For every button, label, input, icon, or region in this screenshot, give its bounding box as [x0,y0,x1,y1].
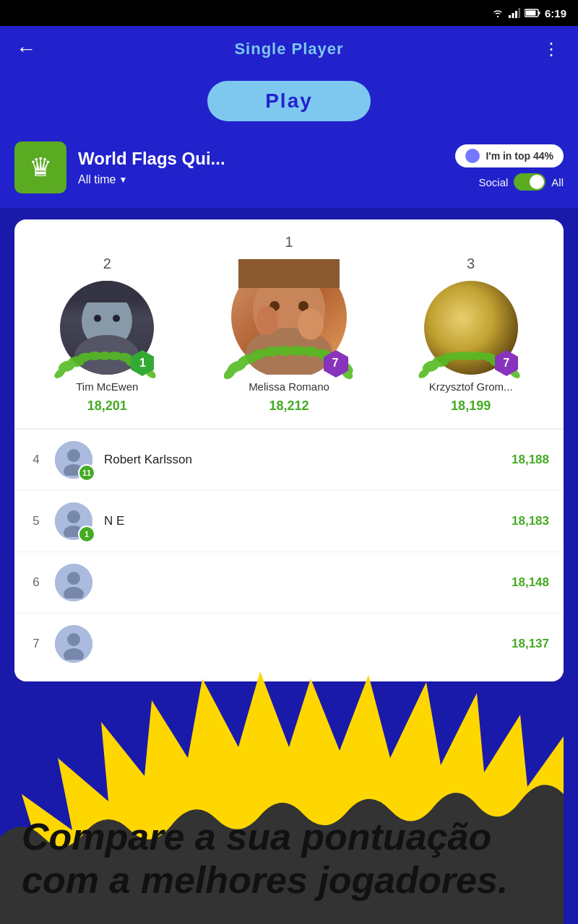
svg-rect-2 [515,11,517,18]
list-item-4: 4 11 Robert Karlsson 18,188 [14,429,564,490]
crown-icon: ♛ [29,152,52,183]
avatar-person-icon-7 [58,628,90,660]
svg-rect-1 [512,13,514,18]
list-name-4: Robert Karlsson [104,453,500,467]
list-avatar-7 [55,625,92,663]
rank2-position: 2 [103,256,111,272]
list-score-4: 18,188 [512,453,549,467]
rank3-position: 3 [467,256,475,272]
svg-point-22 [54,366,67,380]
more-button[interactable]: ⋮ [538,35,566,64]
podium-rank2: 2 [60,256,154,414]
app-header: ♛ World Flags Qui... All time ▼ I'm in t… [0,130,578,208]
signal-icon [509,8,520,18]
list-badge-5: 1 [78,526,95,543]
svg-marker-81 [0,671,564,924]
rank2-avatar-container: 1 [60,281,154,375]
app-info: World Flags Qui... All time ▼ [78,149,225,186]
rank3-avatar-container: 7 [424,281,518,375]
wifi-icon [491,8,504,18]
svg-point-73 [67,510,80,523]
toggle-thumb [530,175,544,189]
time-filter[interactable]: All time ▼ [78,173,225,186]
status-icons: 6:19 [491,7,566,19]
chevron-down-icon: ▼ [118,175,127,185]
svg-point-62 [418,366,431,380]
battery-icon [525,9,540,17]
rank1-name: Melissa Romano [249,380,329,393]
nav-title: Single Player [234,40,343,58]
svg-rect-5 [538,12,540,14]
svg-point-79 [67,633,80,646]
top-nav: ← Single Player ⋮ [0,26,578,72]
list-rank-5: 5 [29,514,43,528]
svg-point-35 [256,306,278,335]
rank2-score: 18,201 [87,398,127,414]
list-avatar-4: 11 [55,441,92,479]
app-header-left: ♛ World Flags Qui... All time ▼ [14,141,225,193]
rank2-badge: 1 [128,349,157,378]
top-badge-icon [465,149,480,163]
list-rank-4: 4 [29,453,43,467]
svg-point-10 [113,315,120,322]
play-area: Play [0,72,578,130]
rank2-badge-num: 1 [139,357,146,370]
person-icon [468,152,477,160]
svg-point-76 [67,572,80,585]
list-avatar-5: 1 [55,502,92,540]
social-label: Social [478,176,508,188]
svg-point-23 [61,362,77,374]
rank2-name: Tim McEwen [76,380,138,393]
rank3-name: Krzysztof Grom... [429,380,513,393]
rank1-position: 1 [285,234,293,250]
svg-point-53 [420,359,437,373]
svg-rect-11 [74,281,139,302]
svg-rect-3 [518,8,520,18]
promo-text-block: Compare a sua pontuação com a melhores j… [22,816,520,902]
play-button[interactable]: Play [207,81,371,121]
list-score-6: 18,148 [512,575,549,590]
leaderboard-card: 2 [14,219,564,681]
svg-rect-0 [509,15,511,18]
promo-text: Compare a sua pontuação com a melhores j… [22,816,520,902]
top-badge-text: I'm in top 44% [486,150,553,162]
rank1-badge-num: 7 [332,357,339,370]
rank3-badge: 7 [492,349,521,378]
list-rank-7: 7 [29,637,43,651]
list-badge-4: 11 [78,464,95,481]
rank3-score: 18,199 [451,398,491,414]
app-icon: ♛ [14,141,66,193]
all-label: All [551,176,564,188]
rank1-score: 18,212 [269,398,309,414]
list-name-5: N E [104,514,500,528]
svg-point-7 [470,152,475,157]
status-bar: 6:19 [0,0,578,26]
list-item-7: 7 18,137 [14,613,564,674]
svg-rect-6 [525,11,535,16]
rank1-avatar-container: 7 [231,259,347,375]
list-item-5: 5 1 N E 18,183 [14,490,564,552]
svg-point-9 [94,315,101,322]
list-score-5: 18,183 [512,514,549,528]
back-button[interactable]: ← [12,35,40,64]
rank3-badge-num: 7 [503,357,509,370]
list-score-7: 18,137 [512,637,549,651]
list-avatar-inner-7 [55,625,92,663]
svg-rect-32 [238,259,340,288]
rank1-badge: 7 [321,349,350,378]
status-time: 6:19 [545,7,566,19]
svg-point-63 [425,362,440,374]
svg-point-13 [57,359,74,373]
social-toggle: Social All [478,173,564,191]
toggle-track[interactable] [514,173,545,191]
list-avatar-6 [55,564,92,601]
list-item-6: 6 18,148 [14,552,564,613]
list-avatar-inner-6 [55,564,92,601]
svg-point-70 [67,449,80,462]
podium: 2 [14,219,564,429]
top-badge[interactable]: I'm in top 44% [455,144,564,167]
svg-point-34 [298,308,324,340]
time-filter-label: All time [78,173,116,186]
app-header-right: I'm in top 44% Social All [455,144,564,191]
podium-rank1: 1 [231,234,347,414]
